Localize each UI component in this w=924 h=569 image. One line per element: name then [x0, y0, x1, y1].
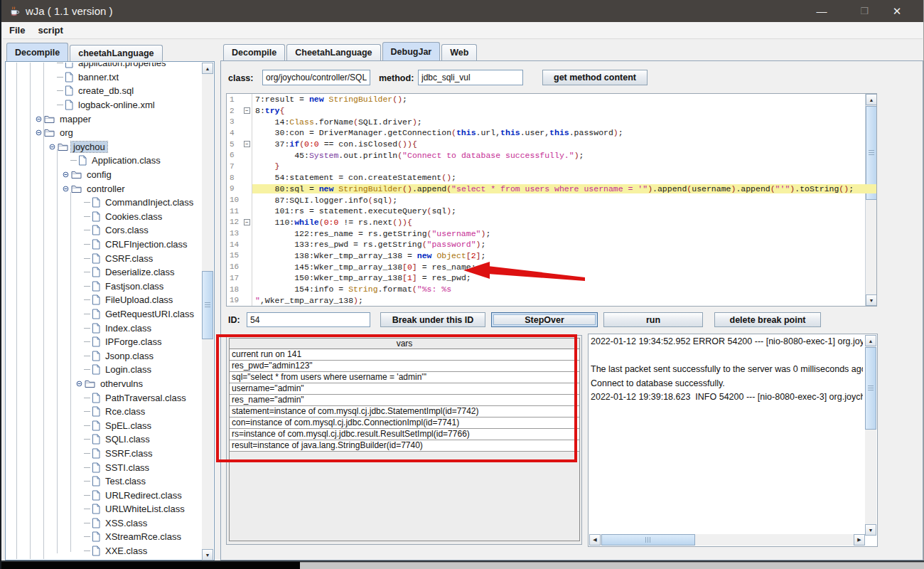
tree-item[interactable]: logback-online.xml [6, 98, 203, 112]
table-row[interactable]: res_pwd="admin123" [230, 361, 579, 372]
tree-item[interactable]: config [6, 168, 203, 182]
scroll-right-button[interactable]: ▶ [854, 534, 865, 546]
scrollbar-thumb[interactable] [865, 347, 876, 430]
left-tab-cheetahlanguage[interactable]: cheetahLanguage [70, 45, 162, 61]
tree-item[interactable]: IPForge.class [6, 335, 203, 349]
delete-break-point-button[interactable]: delete break point [714, 312, 821, 327]
table-row[interactable]: res_name="admin" [230, 395, 579, 406]
tree-item[interactable]: Cors.class [6, 223, 203, 238]
tree-item[interactable]: Test.class [6, 474, 203, 489]
right-tab-debugjar[interactable]: DebugJar [382, 42, 441, 60]
scroll-up-button[interactable]: ▲ [866, 94, 877, 105]
table-row[interactable]: sql="select * from users where username … [230, 372, 579, 383]
breakpoint-id-input[interactable] [247, 312, 370, 327]
close-button[interactable]: ✕ [881, 0, 913, 22]
fold-marker-icon[interactable]: − [244, 219, 250, 225]
tree-item[interactable]: org [6, 126, 203, 140]
code-editor[interactable]: 17:result = new StringBuilder();2−8:try{… [226, 93, 877, 307]
screen-strip-dark [1, 562, 300, 569]
tree-item[interactable]: Fastjson.class [6, 280, 203, 294]
tree-item[interactable]: CRLFInjection.class [6, 238, 203, 252]
maximize-button[interactable]: ❒ [848, 0, 881, 22]
tree-item[interactable]: SSTI.class [6, 460, 203, 474]
tree-item[interactable]: Rce.class [6, 405, 203, 419]
table-row[interactable]: result=instance of java.lang.StringBuild… [230, 440, 579, 452]
tree-item[interactable]: application.properties [6, 63, 203, 70]
tree-item[interactable]: XStreamRce.class [6, 530, 203, 544]
tree-item[interactable]: Cookies.class [6, 210, 203, 224]
tree-scrollbar[interactable]: ▲ ▼ [202, 63, 213, 560]
scroll-down-button[interactable]: ▼ [866, 294, 877, 306]
tree-item[interactable]: SQLI.class [6, 432, 203, 447]
folder-icon [44, 115, 55, 124]
table-row[interactable]: current run on 141 [230, 349, 579, 361]
fold-gutter [242, 206, 252, 217]
stepover-button[interactable]: StepOver [491, 312, 598, 327]
right-tab-cheetahlanguage[interactable]: CheetahLanguage [286, 44, 380, 60]
scroll-left-button[interactable]: ◀ [589, 534, 601, 546]
tree-item[interactable]: SpEL.class [6, 418, 203, 432]
scrollbar-thumb[interactable] [601, 534, 695, 546]
scroll-down-button[interactable]: ▼ [865, 524, 876, 536]
tree-item[interactable]: Login.class [6, 363, 203, 377]
break-under-this-id-button[interactable]: Break under this ID [380, 312, 485, 327]
class-input[interactable] [262, 70, 370, 85]
minimize-button[interactable]: — [805, 0, 838, 22]
tree-item[interactable]: XXE.class [6, 544, 203, 558]
fold-marker-icon[interactable]: − [244, 107, 250, 114]
tree-item[interactable]: CommandInject.class [6, 196, 203, 210]
tree-connector [84, 411, 90, 412]
scroll-up-button[interactable]: ▲ [202, 63, 213, 74]
tree-item[interactable]: XSS.class [6, 516, 203, 531]
editor-scrollbar[interactable]: ▲ ▼ [865, 94, 876, 306]
tree-item[interactable]: mapper [6, 112, 203, 126]
tree-connector [57, 77, 63, 78]
log-h-scrollbar[interactable]: ◀ ▶ [589, 534, 865, 546]
table-row[interactable]: statement=instance of com.mysql.cj.jdbc.… [230, 406, 579, 418]
menu-item-script[interactable]: script [31, 25, 69, 36]
tree-item[interactable]: controller [6, 181, 203, 196]
tree-item-label: XStreamRce.class [103, 531, 183, 542]
tree-item[interactable]: GetRequestURI.class [6, 307, 203, 321]
table-row[interactable]: rs=instance of com.mysql.cj.jdbc.result.… [230, 429, 579, 440]
code-line: 16 145:Wker_tmp_array_138[0] = res_name; [227, 261, 876, 272]
tree-item[interactable]: SSRF.class [6, 447, 203, 461]
tree-item[interactable]: URLRedirect.class [6, 488, 203, 502]
tree-toggle-icon [36, 116, 42, 122]
run-button[interactable]: run [603, 312, 703, 327]
id-label: ID: [228, 315, 240, 325]
code-line: 8 54:statement = con.createStatement(); [227, 172, 876, 184]
tree-item[interactable]: create_db.sql [6, 84, 203, 98]
fold-marker-icon[interactable]: − [244, 141, 250, 147]
file-tree[interactable]: application.propertiesbanner.txtcreate_d… [6, 63, 203, 559]
method-input[interactable] [418, 70, 523, 85]
scroll-up-button[interactable]: ▲ [865, 335, 876, 346]
tree-item[interactable]: FileUpload.class [6, 293, 203, 307]
tree-item[interactable]: othervulns [6, 377, 203, 391]
scroll-down-button[interactable]: ▼ [202, 549, 213, 560]
left-tab-decompile[interactable]: Decompile [6, 43, 68, 61]
tree-item[interactable]: PathTraversal.class [6, 390, 203, 405]
tree-item[interactable]: joychou [6, 140, 203, 154]
tree-connector [84, 439, 90, 440]
file-icon [65, 85, 73, 96]
right-tab-web[interactable]: Web [441, 44, 477, 60]
tree-item[interactable]: Application.class [6, 154, 203, 168]
table-row[interactable]: username="admin" [230, 383, 579, 395]
log-output-panel[interactable]: 2022-01-12 19:34:52.952 ERROR 54200 --- … [588, 334, 878, 547]
tree-item[interactable]: banner.txt [6, 70, 203, 85]
tree-item[interactable]: CSRF.class [6, 251, 203, 265]
get-method-content-button[interactable]: get method content [542, 70, 648, 85]
scrollbar-thumb[interactable] [202, 271, 213, 339]
tree-item[interactable]: Deserialize.class [6, 265, 203, 280]
tree-item[interactable]: Index.class [6, 321, 203, 335]
table-row[interactable]: con=instance of com.mysql.cj.jdbc.Connec… [230, 418, 579, 429]
log-v-scrollbar[interactable]: ▲ ▼ [865, 335, 876, 536]
menu-item-file[interactable]: File [3, 25, 31, 36]
fold-gutter [242, 250, 252, 262]
tree-item[interactable]: Jsonp.class [6, 349, 203, 363]
vars-table[interactable]: varscurrent run on 141res_pwd="admin123"… [229, 338, 580, 541]
tree-item[interactable]: URLWhiteList.class [6, 502, 203, 516]
right-tab-decompile[interactable]: Decompile [223, 44, 285, 60]
code-line: 17 150:Wker_tmp_array_138[1] = res_pwd; [227, 272, 876, 284]
